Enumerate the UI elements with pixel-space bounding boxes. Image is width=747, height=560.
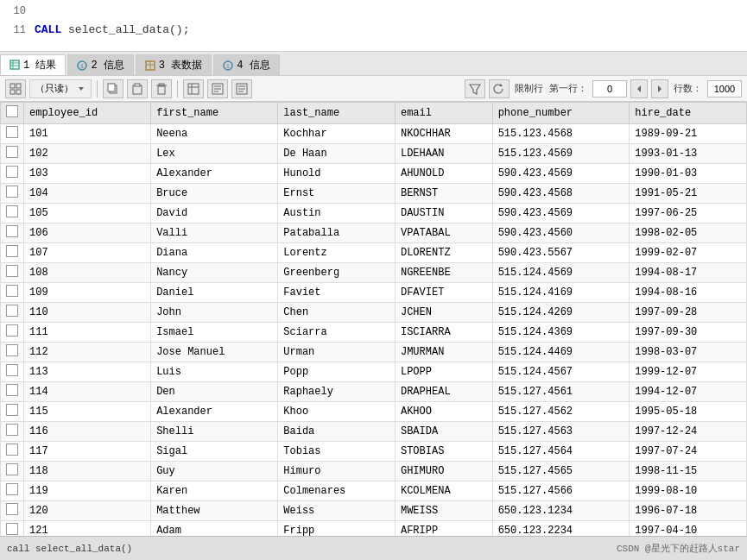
row-checkbox-box[interactable] [6, 344, 18, 356]
row-checkbox[interactable] [1, 481, 24, 501]
row-checkbox[interactable] [1, 462, 24, 481]
cell-phone_number: 515.127.4564 [492, 442, 630, 462]
table-row[interactable]: 115AlexanderKhooAKHOO515.127.45621995-05… [1, 402, 747, 422]
row-checkbox[interactable] [1, 243, 24, 263]
textview-icon [236, 83, 248, 95]
table-row[interactable]: 113LuisPoppLPOPP515.124.45671999-12-07 [1, 362, 747, 382]
row-checkbox[interactable] [1, 144, 24, 164]
table-row[interactable]: 107DianaLorentzDLORENTZ590.423.55671999-… [1, 243, 747, 263]
row-checkbox[interactable] [1, 263, 24, 283]
cell-first_name: Alexander [151, 402, 278, 422]
table-row[interactable]: 106ValliPataballaVPATABAL590.423.4560199… [1, 223, 747, 243]
row-checkbox[interactable] [1, 422, 24, 442]
row-checkbox-box[interactable] [6, 265, 18, 277]
header-phone-number[interactable]: phone_number [492, 103, 630, 124]
table-row[interactable]: 116ShelliBaidaSBAIDA515.127.45631997-12-… [1, 422, 747, 442]
table-row[interactable]: 118GuyHimuroGHIMURO515.127.45651998-11-1… [1, 462, 747, 481]
row-checkbox[interactable] [1, 164, 24, 184]
toolbar-paste-btn[interactable] [127, 79, 148, 98]
row-checkbox[interactable] [1, 521, 24, 537]
toolbar-nav-left-btn[interactable] [630, 79, 648, 98]
toolbar-filter-btn[interactable] [465, 79, 485, 98]
cell-email: DRAPHEAL [395, 382, 492, 402]
toolbar-nav-right-btn[interactable] [651, 79, 668, 98]
row-checkbox[interactable] [1, 303, 24, 323]
table-row[interactable]: 120MatthewWeissMWEISS650.123.12341996-07… [1, 501, 747, 521]
row-checkbox-box[interactable] [6, 225, 18, 237]
row-checkbox-box[interactable] [6, 166, 18, 178]
first-row-input[interactable] [592, 80, 627, 98]
table-container[interactable]: employee_id first_name last_name email p… [0, 102, 747, 536]
table-row[interactable]: 114DenRaphaelyDRAPHEAL515.127.45611994-1… [1, 382, 747, 402]
row-checkbox-box[interactable] [6, 404, 18, 416]
row-checkbox[interactable] [1, 204, 24, 223]
row-checkbox-box[interactable] [6, 205, 18, 217]
header-first-name[interactable]: first_name [151, 103, 278, 124]
row-checkbox[interactable] [1, 124, 24, 144]
table-row[interactable]: 108NancyGreenbergNGREENBE515.124.4569199… [1, 263, 747, 283]
row-checkbox-box[interactable] [6, 126, 18, 138]
row-checkbox[interactable] [1, 343, 24, 362]
row-checkbox-box[interactable] [6, 523, 18, 535]
cell-last_name: Pataballa [278, 223, 396, 243]
table-row[interactable]: 111IsmaelSciarraISCIARRA515.124.43691997… [1, 323, 747, 343]
tab-info2[interactable]: i 2 信息 [67, 54, 133, 75]
cell-phone_number: 515.127.4563 [492, 422, 630, 442]
row-checkbox-box[interactable] [6, 324, 18, 337]
table-row[interactable]: 119KarenColmenaresKCOLMENA515.127.456619… [1, 481, 747, 501]
cell-phone_number: 515.127.4566 [492, 481, 630, 501]
refresh-icon [493, 83, 505, 95]
row-checkbox-box[interactable] [6, 503, 18, 515]
nav-left-icon [635, 85, 643, 93]
cell-last_name: Himuro [278, 462, 396, 481]
row-checkbox-box[interactable] [6, 384, 18, 396]
row-checkbox-box[interactable] [6, 444, 18, 456]
toolbar-refresh-btn[interactable] [489, 79, 510, 98]
toolbar-textview-btn[interactable] [231, 79, 252, 98]
header-employee-id[interactable]: employee_id [24, 103, 151, 124]
tab-tabledata[interactable]: 3 表数据 [136, 54, 212, 75]
table-row[interactable]: 102LexDe HaanLDEHAAN515.123.45691993-01-… [1, 144, 747, 164]
table-body: 101NeenaKochharNKOCHHAR515.123.45681989-… [1, 124, 747, 537]
select-all-checkbox[interactable] [6, 105, 18, 117]
row-checkbox-box[interactable] [6, 483, 18, 495]
tab-info4[interactable]: i 4 信息 [213, 54, 279, 75]
toolbar-grid-btn[interactable] [5, 79, 26, 98]
table-row[interactable]: 117SigalTobiasSTOBIAS515.127.45641997-07… [1, 442, 747, 462]
row-checkbox[interactable] [1, 402, 24, 422]
table-row[interactable]: 109DanielFavietDFAVIET515.124.41691994-0… [1, 283, 747, 303]
table-row[interactable]: 105DavidAustinDAUSTIN590.423.45691997-06… [1, 204, 747, 223]
toolbar-tableview-btn[interactable] [183, 79, 204, 98]
row-checkbox[interactable] [1, 283, 24, 303]
row-checkbox-box[interactable] [6, 186, 18, 198]
row-checkbox[interactable] [1, 223, 24, 243]
row-checkbox[interactable] [1, 184, 24, 204]
row-checkbox[interactable] [1, 362, 24, 382]
row-checkbox-box[interactable] [6, 305, 18, 317]
row-checkbox-box[interactable] [6, 285, 18, 297]
row-checkbox[interactable] [1, 442, 24, 462]
table-row[interactable]: 112Jose ManuelUrmanJMURMAN515.124.446919… [1, 343, 747, 362]
row-checkbox-box[interactable] [6, 424, 18, 436]
row-checkbox-box[interactable] [6, 364, 18, 376]
row-checkbox[interactable] [1, 323, 24, 343]
row-count-input[interactable] [707, 80, 742, 98]
table-row[interactable]: 121AdamFrippAFRIPP650.123.22341997-04-10 [1, 521, 747, 537]
table-row[interactable]: 101NeenaKochharNKOCHHAR515.123.45681989-… [1, 124, 747, 144]
header-email[interactable]: email [395, 103, 492, 124]
row-checkbox-box[interactable] [6, 463, 18, 475]
cell-phone_number: 590.423.5567 [492, 243, 630, 263]
tab-results[interactable]: 1 结果 [0, 54, 66, 75]
row-checkbox-box[interactable] [6, 146, 18, 158]
table-row[interactable]: 103AlexanderHunoldAHUNOLD590.423.4569199… [1, 164, 747, 184]
toolbar-formview-btn[interactable] [207, 79, 228, 98]
row-checkbox[interactable] [1, 382, 24, 402]
header-last-name[interactable]: last_name [278, 103, 396, 124]
header-hire-date[interactable]: hire_date [630, 103, 747, 124]
row-checkbox[interactable] [1, 501, 24, 521]
table-row[interactable]: 110JohnChenJCHEN515.124.42691997-09-28 [1, 303, 747, 323]
toolbar-delete-btn[interactable] [151, 79, 172, 98]
row-checkbox-box[interactable] [6, 245, 18, 257]
toolbar-copy-btn[interactable] [103, 79, 123, 98]
table-row[interactable]: 104BruceErnstBERNST590.423.45681991-05-2… [1, 184, 747, 204]
